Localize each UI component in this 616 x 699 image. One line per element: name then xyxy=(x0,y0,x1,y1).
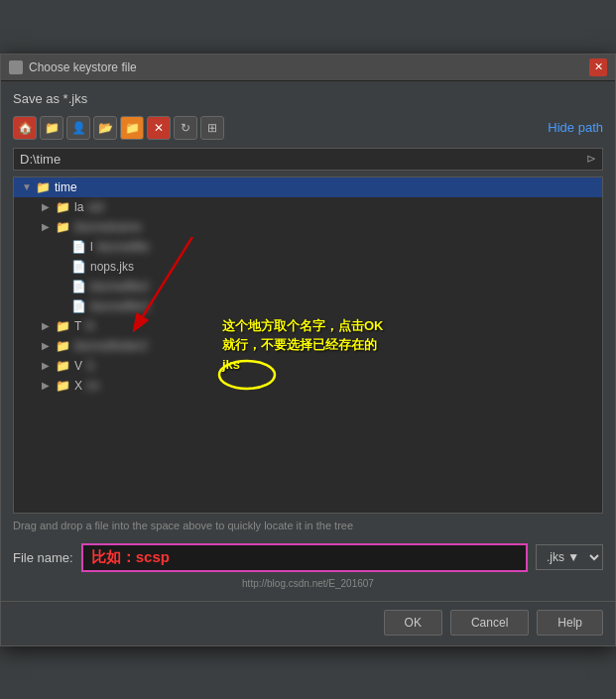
blurred-text: mi xyxy=(86,379,99,393)
folder-icon: 📁 xyxy=(56,200,70,214)
blurred-text: blurredfile3 xyxy=(90,299,149,313)
blurred-text: blurredname xyxy=(74,220,141,234)
file-icon: 📄 xyxy=(71,260,86,274)
tree-item-label: nops.jks xyxy=(90,260,134,274)
home-button[interactable]: 🏠 xyxy=(13,116,37,140)
choose-keystore-dialog: Choose keystore file ✕ Save as *.jks 🏠 📁… xyxy=(0,54,616,646)
watermark: http://blog.csdn.net/E_201607 xyxy=(13,578,603,591)
tree-item-blurred-file1[interactable]: 📄 blurredfile2 xyxy=(14,277,602,296)
tree-item-nops-jks[interactable]: 📄 nops.jks xyxy=(14,257,602,277)
refresh-button[interactable]: ↻ xyxy=(174,116,197,140)
folder-icon: 📁 xyxy=(56,319,70,333)
expand-arrow-icon: ▶ xyxy=(42,360,52,371)
ok-button[interactable]: OK xyxy=(384,610,442,636)
dialog-title: Choose keystore file xyxy=(29,60,137,74)
orange-folder-button[interactable]: 📁 xyxy=(120,116,144,140)
drop-hint: Drag and drop a file into the space abov… xyxy=(13,514,603,537)
tree-item-label: X xyxy=(74,379,82,393)
tree-item-label: l xyxy=(90,240,93,254)
expand-arrow-icon: ▶ xyxy=(42,320,52,331)
delete-button[interactable]: ✕ xyxy=(147,116,171,140)
folder-icon: 📁 xyxy=(56,379,70,393)
file-tree-wrapper: ▼ 📁 time ▶ 📁 la oid ▶ 📁 blurredname xyxy=(13,176,603,514)
extension-select[interactable]: .jks ▼ xyxy=(536,544,603,570)
tree-item-blurred2[interactable]: ▶ 📁 blurredfolder2 xyxy=(14,336,602,356)
expand-arrow-icon: ▶ xyxy=(42,221,52,232)
tree-item-V[interactable]: ▶ 📁 V S xyxy=(14,356,602,376)
tree-item-blurred1[interactable]: ▶ 📁 blurredname xyxy=(14,217,602,237)
tree-item-root[interactable]: ▼ 📁 time xyxy=(14,177,602,197)
dialog-body: Save as *.jks 🏠 📁 👤 📂 📁 ✕ ↻ ⊞ Hide path … xyxy=(1,81,615,601)
blurred-text: blurredfile2 xyxy=(90,280,149,293)
toolbar-buttons: 🏠 📁 👤 📂 📁 ✕ ↻ ⊞ xyxy=(13,116,224,140)
save-as-label: Save as *.jks xyxy=(13,91,603,106)
help-button[interactable]: Help xyxy=(537,610,603,636)
folder-icon: 📁 xyxy=(56,220,70,234)
blurred-text: blurredfile xyxy=(97,240,150,254)
path-bar: D:\time ⊳ xyxy=(13,148,603,171)
filename-input[interactable] xyxy=(81,543,528,572)
expand-arrow-icon: ▶ xyxy=(42,201,52,212)
file-icon: 📄 xyxy=(71,299,86,313)
path-text: D:\time xyxy=(20,152,586,167)
folder-icon: 📁 xyxy=(56,339,70,353)
tree-item-T[interactable]: ▶ 📁 T N xyxy=(14,316,602,336)
file-icon: 📄 xyxy=(71,240,86,254)
filename-label: File name: xyxy=(13,550,73,565)
title-bar: Choose keystore file ✕ xyxy=(1,55,615,81)
expand-arrow-icon: ▼ xyxy=(22,181,32,192)
tree-item-label: V xyxy=(74,359,82,373)
new-folder-button[interactable]: 📂 xyxy=(93,116,117,140)
filename-row: File name: .jks ▼ xyxy=(13,543,603,572)
blurred-text: oid xyxy=(87,200,103,214)
folder-icon: 📁 xyxy=(36,180,51,194)
tree-item-label: la xyxy=(74,200,83,214)
title-bar-left: Choose keystore file xyxy=(9,60,137,74)
file-tree[interactable]: ▼ 📁 time ▶ 📁 la oid ▶ 📁 blurredname xyxy=(13,176,603,514)
grid-button[interactable]: ⊞ xyxy=(200,116,224,140)
tree-item-blurred-file2[interactable]: 📄 blurredfile3 xyxy=(14,296,602,316)
tree-item-file-l[interactable]: 📄 l blurredfile xyxy=(14,237,602,257)
filename-input-wrapper xyxy=(81,543,528,572)
blurred-text: N xyxy=(85,319,94,333)
toolbar: 🏠 📁 👤 📂 📁 ✕ ↻ ⊞ Hide path xyxy=(13,116,603,140)
tree-item-label: time xyxy=(55,180,77,194)
hide-path-button[interactable]: Hide path xyxy=(548,120,603,135)
expand-arrow-icon: ▶ xyxy=(42,380,52,391)
tree-item-label: T xyxy=(74,319,81,333)
cancel-button[interactable]: Cancel xyxy=(450,610,529,636)
tree-item-X[interactable]: ▶ 📁 X mi xyxy=(14,376,602,396)
blurred-text: blurredfolder2 xyxy=(74,339,148,353)
expand-arrow-icon: ▶ xyxy=(42,340,52,351)
person-button[interactable]: 👤 xyxy=(66,116,90,140)
close-button[interactable]: ✕ xyxy=(589,58,607,76)
tree-item-la[interactable]: ▶ 📁 la oid xyxy=(14,197,602,217)
folder-icon: 📁 xyxy=(56,359,70,373)
folder-button[interactable]: 📁 xyxy=(40,116,63,140)
file-icon: 📄 xyxy=(71,280,86,293)
blurred-text: S xyxy=(86,359,94,373)
dialog-footer: OK Cancel Help xyxy=(1,601,615,645)
path-arrow-icon: ⊳ xyxy=(586,152,596,166)
dialog-icon xyxy=(9,60,23,74)
